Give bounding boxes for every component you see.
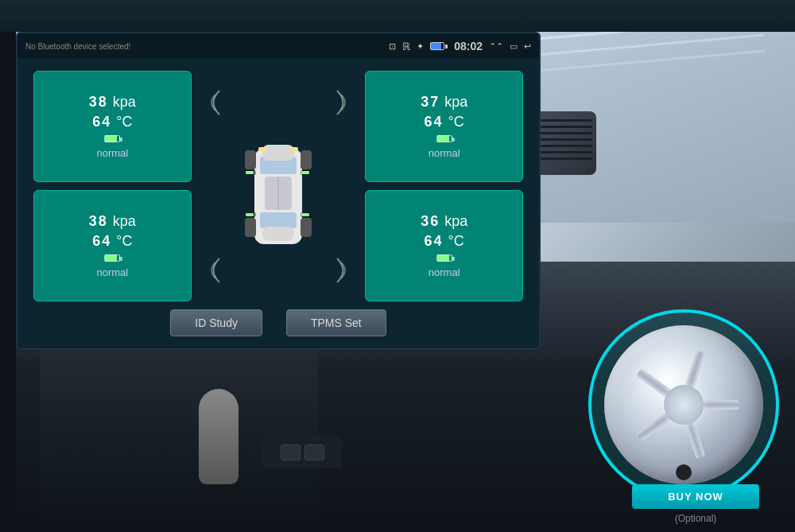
front-right-battery-bar xyxy=(436,135,452,142)
front-right-temp: 64 xyxy=(425,114,444,130)
front-right-status: normal xyxy=(429,147,460,159)
buy-now-section: BUY NOW (Optional) xyxy=(632,484,759,524)
car-top-view xyxy=(242,87,314,301)
battery-indicator xyxy=(430,42,448,50)
front-left-battery-bar xyxy=(104,135,120,142)
tire-front-left: 38 kpa 64 °C normal xyxy=(33,71,192,182)
rear-right-signal xyxy=(329,250,353,293)
svg-rect-14 xyxy=(246,171,254,174)
front-right-pressure-unit: kpa xyxy=(444,94,467,111)
front-left-pressure: 38 xyxy=(89,94,108,111)
rear-right-pressure: 36 xyxy=(421,213,440,230)
front-left-pressure-unit: kpa xyxy=(113,94,136,111)
svg-rect-18 xyxy=(246,213,254,216)
front-right-battery xyxy=(436,135,452,142)
expand-icon: ⌃⌃ xyxy=(489,41,503,52)
svg-rect-2 xyxy=(260,212,297,228)
rear-left-battery xyxy=(104,254,120,262)
svg-rect-8 xyxy=(301,218,312,237)
charger-port-1 xyxy=(281,445,301,460)
optional-label: (Optional) xyxy=(632,513,759,524)
battery-tip xyxy=(445,45,448,49)
wheel-product-container xyxy=(588,309,787,508)
rear-right-pressure-unit: kpa xyxy=(444,213,467,230)
charger-port-2 xyxy=(304,445,324,460)
front-left-status: normal xyxy=(96,147,128,159)
screen-content: 38 kpa 64 °C normal xyxy=(17,59,539,348)
rear-right-temp: 64 xyxy=(425,233,444,250)
back-icon: ↩ xyxy=(524,41,531,52)
status-bar: No Bluetooth device selected! ⊡ ℝ ✦ 08:0… xyxy=(17,33,539,59)
rear-left-status: normal xyxy=(96,266,128,278)
battery-body xyxy=(430,42,444,50)
tpms-set-button[interactable]: TPMS Set xyxy=(286,309,386,336)
svg-rect-16 xyxy=(301,171,309,174)
gear-shift xyxy=(199,389,238,484)
screen-buttons: ID Study TPMS Set xyxy=(33,301,523,340)
svg-rect-11 xyxy=(258,147,266,151)
charger-ports xyxy=(262,437,342,468)
front-left-signal xyxy=(204,79,227,122)
svg-rect-20 xyxy=(301,213,309,216)
tire-pressure-sensor xyxy=(676,464,692,480)
rear-left-temp: 64 xyxy=(92,233,111,250)
front-left-battery xyxy=(104,135,120,142)
nav-icon: ▭ xyxy=(510,41,518,52)
signal-icon: ✦ xyxy=(417,41,424,52)
svg-rect-12 xyxy=(290,147,298,151)
rear-left-pressure: 38 xyxy=(89,213,108,230)
id-study-button[interactable]: ID Study xyxy=(170,309,262,336)
tire-rear-left: 38 kpa 64 °C normal xyxy=(33,190,192,301)
svg-rect-6 xyxy=(301,150,312,169)
bluetooth-icon: ℝ xyxy=(402,41,410,52)
front-left-temp-unit: °C xyxy=(116,114,132,130)
tire-front-right: 37 kpa 64 °C normal xyxy=(365,71,523,182)
front-right-pressure: 37 xyxy=(421,94,440,111)
tire-pressure-grid: 38 kpa 64 °C normal xyxy=(33,71,523,301)
left-border xyxy=(0,0,16,532)
wheel-rim xyxy=(604,325,763,484)
bluetooth-status: No Bluetooth device selected! xyxy=(25,42,130,51)
rear-right-battery xyxy=(436,254,452,262)
rear-right-temp-unit: °C xyxy=(448,233,464,250)
front-left-temp: 64 xyxy=(92,114,111,130)
front-right-temp-unit: °C xyxy=(448,114,464,130)
rear-left-pressure-unit: kpa xyxy=(113,213,136,230)
time-display: 08:02 xyxy=(454,40,483,52)
wheel-circle xyxy=(588,309,779,500)
svg-rect-3 xyxy=(262,145,294,161)
tire-rear-right: 36 kpa 64 °C normal xyxy=(365,190,523,301)
rear-left-temp-unit: °C xyxy=(116,233,132,250)
svg-rect-7 xyxy=(245,218,256,237)
rear-left-signal xyxy=(204,250,227,293)
wheel-hub xyxy=(664,385,704,425)
window-icon: ⊡ xyxy=(389,41,396,52)
rear-right-battery-bar xyxy=(436,254,452,262)
front-right-signal xyxy=(329,79,353,126)
tpms-screen: No Bluetooth device selected! ⊡ ℝ ✦ 08:0… xyxy=(16,32,541,350)
svg-rect-5 xyxy=(245,150,256,169)
buy-now-button[interactable]: BUY NOW xyxy=(632,484,759,509)
rear-right-status: normal xyxy=(429,266,460,278)
status-bar-right: ⊡ ℝ ✦ 08:02 ⌃⌃ ▭ ↩ xyxy=(389,40,531,52)
svg-rect-4 xyxy=(262,227,294,241)
rear-left-battery-bar xyxy=(104,254,120,262)
window-top-border xyxy=(0,0,795,32)
